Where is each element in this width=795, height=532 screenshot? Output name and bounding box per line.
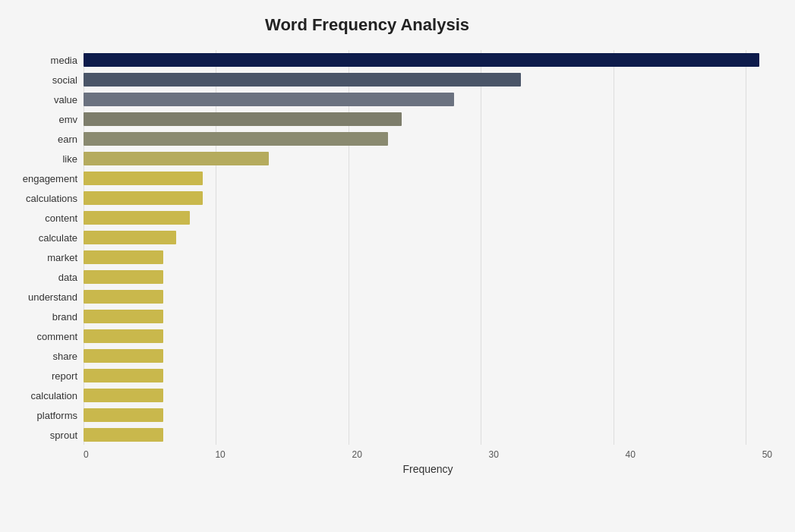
bar (84, 93, 454, 106)
bar (84, 132, 388, 146)
y-label: report (8, 366, 77, 386)
bar (84, 349, 163, 363)
y-label: content (8, 208, 77, 228)
bar (84, 191, 203, 205)
bar-row (84, 308, 772, 325)
bar (84, 428, 163, 442)
bar (84, 231, 176, 244)
y-label: data (8, 267, 77, 287)
bar-row (84, 52, 772, 68)
bar-row (84, 249, 772, 266)
bar-row (84, 328, 772, 345)
bar (84, 172, 203, 185)
x-tick: 0 (84, 449, 89, 460)
bar (84, 112, 402, 126)
bar (84, 250, 163, 264)
bar (84, 389, 163, 402)
bar-row (84, 170, 772, 187)
bar-row (84, 131, 772, 147)
x-tick: 40 (626, 449, 636, 460)
x-tick: 20 (352, 449, 361, 460)
bar-row (84, 407, 772, 423)
bar-row (84, 209, 772, 226)
bar (84, 369, 163, 382)
y-label: sprout (8, 425, 77, 445)
chart-container: Word Frequency Analysis mediasocialvalue… (0, 0, 795, 532)
bar-row (84, 427, 772, 443)
chart-area: mediasocialvalueemvearnlikeengagementcal… (8, 50, 772, 468)
bar-row (84, 71, 772, 88)
y-label: calculations (8, 188, 77, 208)
x-tick: 30 (489, 449, 499, 460)
bar-row (84, 348, 772, 364)
bar-row (84, 387, 772, 404)
y-axis: mediasocialvalueemvearnlikeengagementcal… (8, 50, 84, 445)
bar (84, 211, 190, 225)
x-tick: 10 (215, 449, 225, 460)
y-label: market (8, 247, 77, 267)
y-label: earn (8, 129, 77, 149)
bar (84, 53, 759, 67)
bar-row (84, 150, 772, 167)
chart-title: Word Frequency Analysis (8, 15, 772, 35)
bar (84, 152, 269, 165)
bar (84, 329, 163, 343)
x-axis: 01020304050 (84, 445, 772, 460)
x-tick-container: 01020304050 (84, 449, 772, 460)
bar-row (84, 111, 772, 127)
y-label: like (8, 149, 77, 168)
y-label: comment (8, 326, 77, 346)
bar (84, 408, 163, 422)
y-label: media (8, 50, 77, 70)
bars-area (84, 50, 772, 445)
y-label: engagement (8, 168, 77, 188)
x-axis-label: Frequency (84, 463, 772, 475)
y-label: emv (8, 109, 77, 129)
y-label: share (8, 346, 77, 366)
x-tick: 50 (762, 449, 772, 460)
bar (84, 270, 163, 284)
y-label: value (8, 90, 77, 109)
bar-row (84, 229, 772, 246)
chart-inner: mediasocialvalueemvearnlikeengagementcal… (8, 50, 772, 445)
y-label: platforms (8, 405, 77, 425)
y-label: understand (8, 287, 77, 307)
bar (84, 290, 163, 304)
bar (84, 73, 521, 87)
y-label: calculate (8, 228, 77, 247)
bar-row (84, 367, 772, 384)
y-label: brand (8, 307, 77, 326)
y-label: social (8, 70, 77, 90)
y-label: calculation (8, 386, 77, 405)
bar-row (84, 269, 772, 285)
bar-row (84, 91, 772, 108)
bar-row (84, 288, 772, 305)
bar-row (84, 190, 772, 206)
bar (84, 310, 163, 323)
